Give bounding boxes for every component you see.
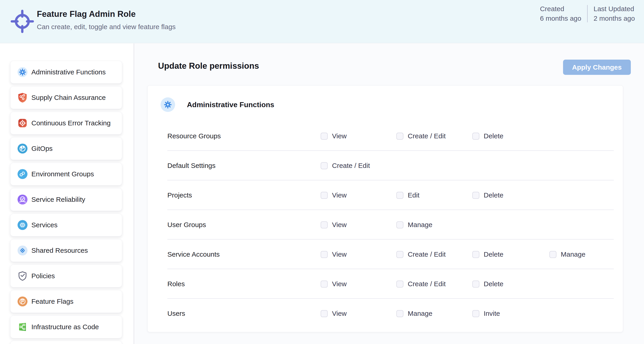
- permissions-card: Administrative Functions Resource Groups…: [147, 85, 623, 332]
- sidebar-item-partial[interactable]: [10, 341, 122, 344]
- permission-service-accounts-view[interactable]: View: [321, 250, 346, 258]
- permission-default-settings-create-edit[interactable]: Create / Edit: [321, 162, 370, 169]
- last-updated-label: Last Updated: [594, 4, 635, 14]
- sidebar-item-label: Administrative Functions: [32, 68, 106, 76]
- last-updated-value: 2 months ago: [594, 14, 635, 23]
- permission-users-invite[interactable]: Invite: [472, 310, 500, 317]
- checkbox-unchecked[interactable]: [321, 310, 328, 317]
- permission-service-accounts-delete[interactable]: Delete: [472, 250, 504, 258]
- permission-projects-view[interactable]: View: [321, 191, 346, 199]
- hexagon-icon: [17, 220, 28, 230]
- permission-label: View: [332, 280, 346, 288]
- checkbox-unchecked[interactable]: [321, 280, 328, 287]
- checkbox-unchecked[interactable]: [550, 251, 556, 258]
- sidebar-item-label: Environment Groups: [32, 170, 94, 178]
- sidebar-item-label: Service Reliability: [32, 196, 85, 203]
- permission-label: Delete: [484, 132, 504, 140]
- permission-label: Delete: [484, 191, 504, 199]
- sidebar-item-services[interactable]: Services: [10, 214, 122, 236]
- permission-label: Invite: [484, 310, 500, 317]
- sidebar-item-supply-chain-assurance[interactable]: Supply Chain Assurance: [10, 86, 122, 109]
- permission-label: View: [332, 250, 346, 258]
- sidebar-item-label: Policies: [32, 272, 55, 280]
- sidebar-item-continuous-error-tracking[interactable]: Continuous Error Tracking: [10, 112, 122, 134]
- gear-icon: [17, 67, 28, 77]
- permission-label: Manage: [561, 250, 585, 258]
- git-branch-icon: [17, 143, 28, 154]
- checkbox-unchecked[interactable]: [396, 310, 404, 317]
- checkbox-unchecked[interactable]: [396, 280, 404, 287]
- permission-roles-delete[interactable]: Delete: [472, 280, 504, 288]
- checkbox-unchecked[interactable]: [321, 221, 328, 228]
- permission-resource-groups-delete[interactable]: Delete: [472, 132, 504, 140]
- permission-row-projects: ProjectsViewEditDelete: [148, 180, 623, 210]
- checkbox-unchecked[interactable]: [321, 251, 328, 258]
- checkbox-unchecked[interactable]: [472, 133, 479, 140]
- permission-label: View: [332, 191, 346, 199]
- apply-changes-button[interactable]: Apply Changes: [563, 60, 631, 75]
- permission-label: Delete: [484, 280, 504, 288]
- checkbox-unchecked[interactable]: [321, 133, 328, 140]
- permission-row-users: UsersViewManageInvite: [148, 299, 623, 328]
- sidebar-item-label: Services: [32, 221, 58, 229]
- permission-user-groups-manage[interactable]: Manage: [396, 221, 432, 229]
- permission-roles-create-edit[interactable]: Create / Edit: [396, 280, 446, 288]
- permission-row-service-accounts: Service AccountsViewCreate / EditDeleteM…: [148, 240, 623, 269]
- sidebar-item-label: Infrastructure as Code: [32, 323, 99, 331]
- permission-label: Create / Edit: [408, 132, 446, 140]
- checkbox-unchecked[interactable]: [396, 251, 404, 258]
- permission-users-manage[interactable]: Manage: [396, 310, 432, 317]
- sidebar-item-label: Supply Chain Assurance: [32, 94, 106, 102]
- sidebar-item-label: GitOps: [32, 145, 52, 152]
- shield-network-icon: [17, 92, 28, 103]
- checkbox-unchecked[interactable]: [396, 133, 404, 140]
- sidebar-item-gitops[interactable]: GitOps: [10, 137, 122, 160]
- resource-label: Default Settings: [167, 162, 216, 169]
- error-target-icon: [17, 118, 28, 128]
- sidebar-item-shared-resources[interactable]: Shared Resources: [10, 239, 122, 262]
- last-updated-meta: Last Updated 2 months ago: [588, 4, 641, 23]
- created-meta: Created 6 months ago: [534, 4, 587, 23]
- permission-resource-groups-create-edit[interactable]: Create / Edit: [396, 132, 446, 140]
- sidebar-item-service-reliability[interactable]: Service Reliability: [10, 188, 122, 211]
- permission-label: Create / Edit: [332, 162, 370, 169]
- permission-row-user-groups: User GroupsViewManage: [148, 210, 623, 240]
- permission-label: View: [332, 221, 346, 229]
- sidebar-item-infrastructure-as-code[interactable]: Infrastructure as Code: [10, 315, 122, 338]
- permission-projects-edit[interactable]: Edit: [396, 191, 420, 199]
- permission-service-accounts-create-edit[interactable]: Create / Edit: [396, 250, 446, 258]
- resource-label: Projects: [167, 191, 192, 199]
- sidebar-item-policies[interactable]: Policies: [10, 265, 122, 287]
- resource-label: Service Accounts: [167, 250, 220, 258]
- flowchart-icon: [17, 322, 28, 332]
- checkbox-unchecked[interactable]: [396, 192, 404, 199]
- permission-users-view[interactable]: View: [321, 310, 346, 317]
- permission-roles-view[interactable]: View: [321, 280, 346, 288]
- sidebar-item-feature-flags[interactable]: Feature Flags: [10, 290, 122, 313]
- shield-check-icon: [17, 271, 28, 281]
- checkbox-unchecked[interactable]: [321, 162, 328, 169]
- permission-user-groups-view[interactable]: View: [321, 221, 346, 229]
- checkbox-unchecked[interactable]: [472, 192, 479, 199]
- sidebar-item-administrative-functions[interactable]: Administrative Functions: [10, 61, 122, 84]
- permission-service-accounts-manage[interactable]: Manage: [550, 250, 585, 258]
- checkbox-unchecked[interactable]: [396, 221, 404, 228]
- sidebar-item-environment-groups[interactable]: Environment Groups: [10, 163, 122, 185]
- sidebar-item-label: Shared Resources: [32, 247, 88, 254]
- role-metadata: Created 6 months ago Last Updated 2 mont…: [534, 4, 641, 23]
- permission-resource-groups-view[interactable]: View: [321, 132, 346, 140]
- created-value: 6 months ago: [540, 14, 581, 23]
- module-section-header: Administrative Functions: [160, 97, 274, 112]
- checkbox-unchecked[interactable]: [321, 192, 328, 199]
- resource-label: Users: [167, 310, 185, 317]
- person-check-icon: [17, 194, 28, 205]
- permission-row-resource-groups: Resource GroupsViewCreate / EditDelete: [148, 121, 623, 151]
- checkbox-unchecked[interactable]: [472, 280, 479, 287]
- page-header: Feature Flag Admin Role Can create, edit…: [0, 0, 644, 43]
- section-page-title: Update Role permissions: [158, 61, 259, 71]
- checkbox-unchecked[interactable]: [472, 251, 479, 258]
- permission-projects-delete[interactable]: Delete: [472, 191, 504, 199]
- permissions-panel: Update Role permissions Apply Changes: [134, 44, 644, 344]
- checkbox-unchecked[interactable]: [472, 310, 479, 317]
- resource-label: Roles: [167, 280, 185, 288]
